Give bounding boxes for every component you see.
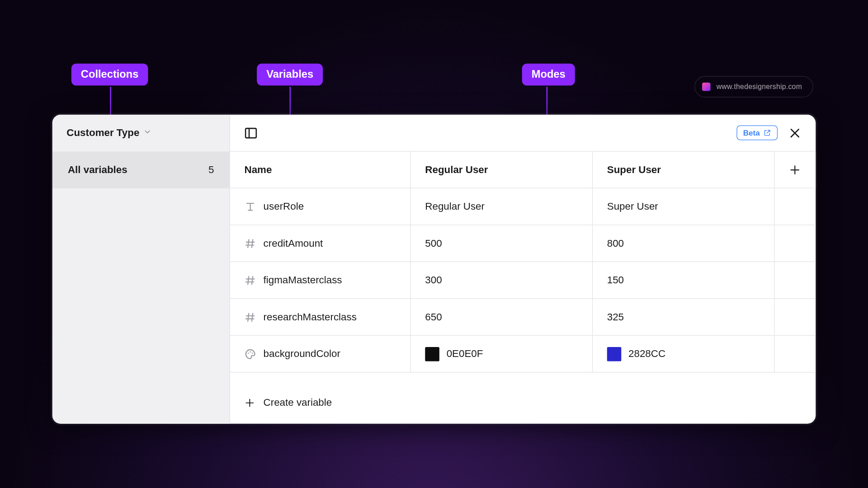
sidebar-item-label: All variables bbox=[68, 164, 127, 176]
variable-value: Super User bbox=[607, 201, 658, 212]
variable-name: backgroundColor bbox=[264, 348, 340, 360]
column-header-name: Name bbox=[230, 151, 411, 188]
toggle-sidebar-icon[interactable] bbox=[242, 124, 259, 141]
collection-name: Customer Type bbox=[66, 127, 139, 139]
sidebar: Customer Type All variables 5 bbox=[52, 115, 230, 424]
variable-name: researchMasterclass bbox=[264, 311, 357, 323]
external-link-icon bbox=[764, 129, 771, 136]
watermark-text: www.thedesignership.com bbox=[717, 83, 802, 91]
table-spacer bbox=[230, 373, 816, 385]
variable-value-cell[interactable]: 0E0E0F bbox=[411, 336, 593, 373]
sidebar-item-count: 5 bbox=[208, 164, 214, 176]
empty-cell bbox=[775, 299, 816, 336]
panel-topbar: Beta bbox=[230, 115, 816, 152]
empty-cell bbox=[775, 262, 816, 299]
beta-badge[interactable]: Beta bbox=[736, 125, 778, 140]
variable-value: 300 bbox=[425, 274, 442, 286]
chevron-down-icon bbox=[143, 127, 151, 139]
empty-cell bbox=[775, 225, 816, 262]
variable-value-cell[interactable]: 300 bbox=[411, 262, 593, 299]
create-variable-label: Create variable bbox=[264, 397, 332, 408]
plus-icon bbox=[789, 164, 801, 175]
designership-logo-icon bbox=[702, 83, 710, 91]
collection-dropdown[interactable]: Customer Type bbox=[52, 115, 230, 152]
variable-name: creditAmount bbox=[264, 237, 323, 249]
variable-value-cell[interactable]: 150 bbox=[593, 262, 774, 299]
variable-value: 650 bbox=[425, 311, 442, 323]
annotation-collections: Collections bbox=[71, 64, 148, 86]
empty-cell bbox=[775, 188, 816, 225]
variable-value-cell[interactable]: Super User bbox=[593, 188, 774, 225]
svg-point-14 bbox=[252, 352, 253, 354]
variable-value: 325 bbox=[607, 311, 624, 323]
sidebar-item-all-variables[interactable]: All variables 5 bbox=[52, 151, 230, 188]
annotation-variables: Variables bbox=[257, 64, 323, 86]
plus-icon bbox=[245, 398, 255, 408]
variable-value: 0E0E0F bbox=[447, 348, 483, 360]
variable-value: 800 bbox=[607, 237, 624, 249]
variable-value: Regular User bbox=[425, 201, 485, 212]
color-swatch bbox=[607, 347, 622, 361]
svg-rect-10 bbox=[245, 128, 256, 137]
color-type-icon bbox=[245, 348, 256, 360]
annotation-modes: Modes bbox=[522, 64, 575, 86]
column-header-mode1[interactable]: Regular User bbox=[411, 151, 593, 188]
variables-table: Name Regular User Super User userRoleReg… bbox=[230, 151, 816, 385]
variable-value-cell[interactable]: 500 bbox=[411, 225, 593, 262]
variable-value-cell[interactable]: 800 bbox=[593, 225, 774, 262]
variable-name: userRole bbox=[264, 201, 304, 212]
column-header-mode2[interactable]: Super User bbox=[593, 151, 774, 188]
variables-main: Beta Name Regular User Super User userRo… bbox=[230, 115, 816, 424]
close-button[interactable] bbox=[786, 124, 804, 141]
variable-value-cell[interactable]: 650 bbox=[411, 299, 593, 336]
create-variable-button[interactable]: Create variable bbox=[230, 385, 816, 422]
watermark: www.thedesignership.com bbox=[694, 76, 813, 97]
variable-value: 2828CC bbox=[628, 348, 665, 360]
empty-cell bbox=[775, 336, 816, 373]
add-mode-button[interactable] bbox=[775, 151, 816, 188]
variable-value-cell[interactable]: Regular User bbox=[411, 188, 593, 225]
variables-panel: Customer Type All variables 5 bbox=[52, 115, 816, 424]
number-type-icon bbox=[245, 237, 256, 249]
variable-name-cell[interactable]: researchMasterclass bbox=[230, 299, 411, 336]
variable-value: 150 bbox=[607, 274, 624, 286]
variable-name-cell[interactable]: userRole bbox=[230, 188, 411, 225]
text-type-icon bbox=[245, 201, 256, 212]
color-swatch bbox=[425, 347, 439, 361]
variable-name-cell[interactable]: figmaMasterclass bbox=[230, 262, 411, 299]
number-type-icon bbox=[245, 311, 256, 323]
variable-value-cell[interactable]: 2828CC bbox=[593, 336, 774, 373]
variable-value-cell[interactable]: 325 bbox=[593, 299, 774, 336]
svg-point-12 bbox=[248, 352, 249, 354]
variable-value: 500 bbox=[425, 237, 442, 249]
variable-name-cell[interactable]: creditAmount bbox=[230, 225, 411, 262]
beta-label: Beta bbox=[743, 128, 760, 137]
variable-name-cell[interactable]: backgroundColor bbox=[230, 336, 411, 373]
variable-name: figmaMasterclass bbox=[264, 274, 342, 286]
svg-point-13 bbox=[250, 351, 251, 352]
close-icon bbox=[788, 126, 802, 139]
number-type-icon bbox=[245, 274, 256, 286]
